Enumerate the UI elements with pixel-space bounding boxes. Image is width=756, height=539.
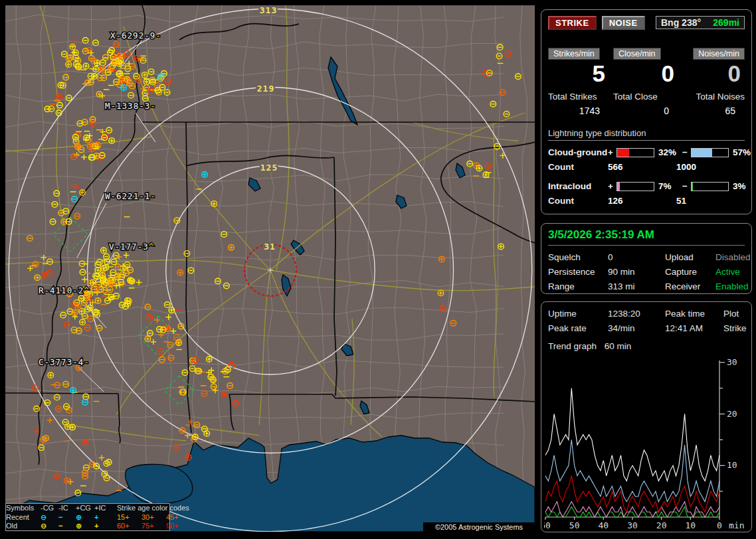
total-close-value: 0: [613, 106, 678, 116]
range-value: 313 mi: [608, 281, 665, 291]
x-tick-label: 20: [656, 520, 667, 530]
x-tick-label: 0: [717, 520, 722, 530]
plus-sign: +: [608, 181, 616, 191]
total-noises-label: Total Noises: [696, 92, 745, 102]
copyright-text: ©2005 Astrogenic Systems: [423, 522, 535, 532]
receiver-status: Enabled: [715, 281, 751, 291]
squelch-value: 0: [608, 252, 665, 262]
svg-text:125: 125: [260, 163, 278, 173]
minus-sign: −: [682, 147, 691, 157]
noise-toggle-button[interactable]: NOISE: [602, 16, 645, 30]
persistence-value: 90 min: [608, 267, 665, 277]
x-tick-label: 30: [627, 520, 638, 530]
plus-sign: +: [608, 147, 616, 157]
ic-plus-bar: [616, 182, 654, 191]
app-window: { "panel": { "strike_btn": "STRIKE", "no…: [0, 0, 756, 539]
noises-per-min-chip: Noises/min: [693, 48, 745, 60]
cg-plus-pct: 32%: [654, 147, 682, 157]
strikes-per-min-value: 5: [548, 60, 609, 88]
age-code-75+: 75+: [142, 522, 166, 530]
svg-text:313: 313: [260, 5, 277, 15]
age-code-15+: 15+: [117, 513, 142, 522]
y-tick-label: 10: [727, 460, 737, 470]
y-tick-label: 20: [727, 409, 737, 419]
intracloud-label: Intracloud: [548, 181, 608, 191]
upload-label: Upload: [665, 252, 715, 262]
svg-text:M-1338-3-: M-1338-3-: [105, 101, 156, 111]
trend-series-pos-ic: [545, 502, 719, 517]
ic-count-label: Count: [548, 196, 608, 206]
age-code-30+: 30+: [142, 513, 166, 522]
total-strikes-label: Total Strikes: [548, 92, 609, 102]
close-per-min-chip: Close/min: [613, 48, 661, 60]
bearing-distance: 269mi: [713, 17, 739, 28]
map-canvas[interactable]: 31321912531X-6292-9-M-1338-3-W-6221-1-V-…: [5, 5, 535, 532]
total-strikes-value: 1743: [548, 106, 609, 116]
ic-plus-count: 126: [608, 196, 676, 206]
ic-minus-count: 51: [676, 196, 749, 206]
bearing-label: Bng 238°: [661, 17, 701, 28]
lightning-map[interactable]: 31321912531X-6292-9-M-1338-3-W-6221-1-V-…: [5, 5, 535, 532]
peak-time-label: Peak time: [665, 309, 723, 319]
peak-time-value: 12:41 AM: [665, 323, 723, 333]
cg-minus-count: 1000: [676, 162, 749, 172]
cg-minus-symbol-old: ⊖: [41, 522, 58, 530]
close-per-min-value: 0: [613, 60, 678, 88]
strike-toggle-button[interactable]: STRIKE: [548, 16, 597, 30]
cg-plus-bar: [616, 148, 654, 157]
trend-graph: 1020306050403020100min: [544, 358, 750, 532]
cloud-ground-label: Cloud-ground: [548, 147, 608, 157]
legend-symbols-label: Symbols: [6, 504, 41, 512]
x-tick-label: 10: [686, 520, 696, 530]
x-tick-label: 50: [569, 520, 580, 530]
capture-status: Active: [715, 267, 751, 277]
trend-series-total: [545, 388, 719, 481]
map-legend: Symbols -CG -IC +CG +IC Strike age color…: [5, 503, 170, 531]
trend-graph-label: Trend graph: [548, 341, 597, 351]
svg-text:W-6221-1-: W-6221-1-: [105, 191, 156, 201]
stats-box: STRIKE NOISE Bng 238° 269mi Strikes/min …: [541, 9, 752, 214]
ic-minus-pct: 3%: [729, 181, 754, 191]
receiver-label: Receiver: [665, 281, 715, 291]
ic-plus-pct: 7%: [654, 181, 682, 191]
spacer: [112, 522, 117, 530]
persistence-label: Persistence: [548, 267, 608, 277]
trend-series-neg-cg: [545, 440, 719, 502]
svg-text:219: 219: [257, 84, 274, 94]
distribution-title: Lightning type distribution: [548, 128, 745, 141]
x-tick-label: 60: [544, 520, 551, 530]
cg-count-label: Count: [548, 162, 608, 172]
total-close-label: Total Close: [613, 92, 678, 102]
cg-plus-count: 566: [608, 162, 676, 172]
cg-plus-symbol-old: ⊕: [76, 522, 94, 530]
age-code-60+: 60+: [117, 522, 142, 530]
svg-text:31: 31: [264, 242, 276, 252]
cg-minus-bar: [691, 148, 729, 157]
squelch-label: Squelch: [548, 252, 608, 262]
plot-mode-value: Strike: [723, 323, 747, 333]
trend-box: Uptime 1238:20 Peak time Plot Peak rate …: [541, 301, 752, 532]
legend-col-pos-cg: +CG: [76, 504, 94, 512]
status-box: 3/5/2026 2:35:19 AM Squelch 0 Upload Dis…: [541, 223, 752, 294]
range-label: Range: [548, 281, 608, 291]
ic-minus-bar: [691, 182, 729, 191]
peak-rate-label: Peak rate: [548, 323, 608, 333]
ic-minus-symbol-recent: −: [58, 513, 76, 522]
legend-age-title: Strike age color codes: [117, 504, 191, 512]
cg-minus-symbol-recent: ⊖: [41, 513, 58, 522]
strikes-per-min-chip: Strikes/min: [548, 48, 600, 60]
datetime-display: 3/5/2026 2:35:19 AM: [548, 228, 745, 246]
noises-per-min-value: 0: [682, 60, 745, 88]
capture-label: Capture: [665, 267, 715, 277]
svg-text:V-177-3^: V-177-3^: [109, 242, 154, 252]
x-tick-label: 40: [599, 520, 609, 530]
trend-series-neg-ic: [545, 506, 719, 517]
legend-row-label: Recent: [6, 513, 41, 522]
ic-minus-symbol-old: −: [58, 522, 76, 530]
ic-plus-symbol-old: +: [94, 522, 112, 530]
uptime-value: 1238:20: [608, 309, 665, 319]
ic-plus-symbol-recent: +: [94, 513, 112, 522]
legend-col-neg-ic: -IC: [58, 504, 76, 512]
trend-graph-window: 60 min: [605, 341, 632, 351]
legend-col-pos-ic: +IC: [94, 504, 112, 512]
